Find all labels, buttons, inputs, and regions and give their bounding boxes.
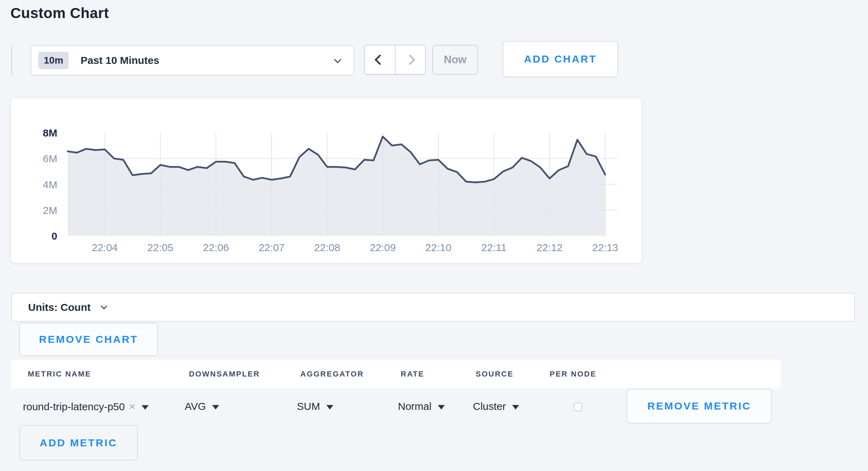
svg-text:22:13: 22:13 [592, 242, 618, 253]
prev-time-button[interactable] [365, 46, 395, 74]
time-range-badge: 10m [38, 52, 69, 69]
aggregator-select[interactable]: SUM [297, 400, 333, 412]
clear-metric-x-icon[interactable]: × [129, 400, 135, 413]
metric-name-select[interactable]: round-trip-latency-p50 × [23, 400, 149, 413]
svg-text:22:07: 22:07 [259, 242, 285, 253]
downsampler-select[interactable]: AVG [185, 400, 219, 412]
next-time-button[interactable] [395, 46, 425, 74]
source-value: Cluster [473, 400, 506, 412]
svg-text:22:08: 22:08 [314, 242, 340, 253]
dropdown-arrow-icon [212, 405, 219, 410]
add-chart-label: ADD CHART [524, 53, 597, 65]
metric-area-chart: 8M6M4M2M022:0422:0522:0622:0722:0822:092… [11, 98, 641, 263]
svg-text:22:12: 22:12 [536, 242, 562, 253]
chevron-down-icon [101, 303, 107, 309]
rate-select[interactable]: Normal [398, 400, 445, 412]
custom-chart-page: Custom Chart 10m Past 10 Minutes Now ADD… [0, 0, 868, 471]
page-title: Custom Chart [10, 5, 109, 22]
svg-text:22:04: 22:04 [92, 242, 118, 253]
svg-text:2M: 2M [43, 205, 57, 216]
time-nav-group [364, 45, 426, 75]
svg-text:22:11: 22:11 [481, 242, 507, 253]
toolbar-left-rule [11, 46, 12, 75]
metric-name-value: round-trip-latency-p50 [23, 400, 125, 412]
header-rate: RATE [401, 370, 424, 379]
source-select[interactable]: Cluster [473, 400, 519, 412]
remove-chart-label: REMOVE CHART [39, 333, 138, 345]
svg-text:8M: 8M [43, 127, 57, 139]
downsampler-value: AVG [185, 400, 206, 412]
per-node-checkbox[interactable] [574, 403, 582, 411]
units-select[interactable]: Units: Count [11, 293, 855, 322]
chart-card: 8M6M4M2M022:0422:0522:0622:0722:0822:092… [11, 98, 641, 263]
chevron-down-icon [334, 56, 341, 63]
dropdown-arrow-icon [142, 405, 149, 410]
add-metric-button[interactable]: ADD METRIC [19, 425, 138, 461]
remove-metric-label: REMOVE METRIC [648, 400, 751, 412]
now-button-label: Now [444, 53, 466, 66]
header-per-node: PER NODE [550, 370, 596, 379]
remove-chart-button[interactable]: REMOVE CHART [19, 323, 158, 356]
svg-text:0: 0 [51, 230, 57, 242]
aggregator-value: SUM [297, 400, 320, 412]
svg-text:6M: 6M [43, 153, 57, 164]
add-metric-label: ADD METRIC [40, 437, 117, 449]
time-range-label: Past 10 Minutes [81, 55, 159, 66]
dropdown-arrow-icon [326, 405, 333, 410]
svg-text:22:05: 22:05 [147, 242, 173, 253]
rate-value: Normal [398, 400, 432, 412]
units-select-label: Units: Count [28, 301, 91, 313]
header-aggregator: AGGREGATOR [300, 370, 364, 379]
svg-text:22:10: 22:10 [425, 242, 451, 253]
chevron-left-icon [374, 54, 385, 65]
dropdown-arrow-icon [438, 405, 445, 410]
svg-text:4M: 4M [43, 179, 57, 190]
metrics-table-header: METRIC NAME DOWNSAMPLER AGGREGATOR RATE … [11, 360, 781, 388]
remove-metric-button[interactable]: REMOVE METRIC [627, 389, 772, 423]
header-downsampler: DOWNSAMPLER [189, 370, 260, 379]
svg-text:22:06: 22:06 [203, 242, 229, 253]
svg-text:22:09: 22:09 [370, 242, 396, 253]
dropdown-arrow-icon [512, 405, 519, 410]
time-range-select[interactable]: 10m Past 10 Minutes [31, 45, 354, 75]
header-source: SOURCE [476, 370, 514, 379]
add-chart-button[interactable]: ADD CHART [503, 41, 618, 77]
header-metric-name: METRIC NAME [28, 370, 91, 379]
chevron-right-icon [405, 54, 416, 65]
now-button[interactable]: Now [432, 45, 478, 75]
